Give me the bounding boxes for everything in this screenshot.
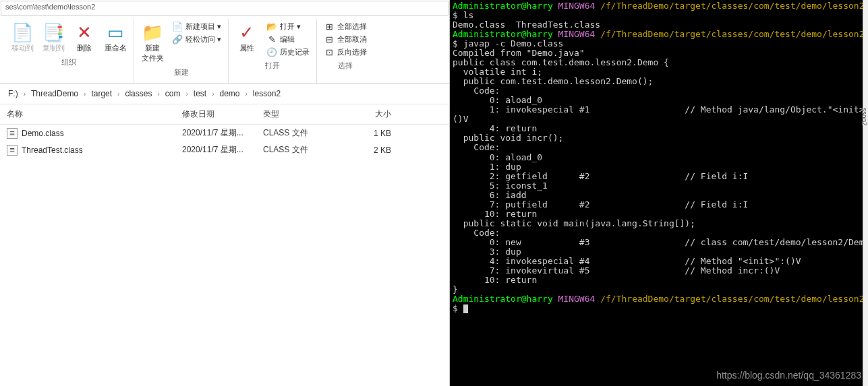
cursor	[463, 304, 468, 313]
column-type[interactable]: 类型	[263, 108, 344, 120]
history-button[interactable]: 🕘历史记录	[264, 46, 312, 58]
terminal-line: 3: dup	[453, 247, 865, 257]
chevron-right-icon: ›	[20, 90, 30, 98]
prompt-sys: MINGW64	[558, 29, 596, 39]
terminal-line: Code:	[453, 143, 865, 152]
rename-icon: ▭	[105, 22, 126, 43]
file-list: ≡Demo.class2020/11/7 星期...CLASS 文件1 KB≡T…	[0, 125, 449, 158]
folder-icon: 📁	[142, 22, 163, 43]
column-size[interactable]: 大小	[344, 108, 391, 120]
ribbon: 📄 移动到 📑 复制到 ✕ 删除 ▭ 重命名 组织	[0, 16, 449, 84]
prompt-user: Administrator@harry	[453, 294, 553, 304]
file-date: 2020/11/7 星期...	[182, 127, 263, 139]
prompt-sys: MINGW64	[558, 294, 596, 304]
prompt-user: Administrator@harry	[453, 29, 553, 39]
prompt-sys: MINGW64	[558, 1, 596, 11]
column-name[interactable]: 名称	[7, 108, 182, 120]
select-all-icon: ⊞	[324, 21, 335, 32]
ribbon-group-organize: 📄 移动到 📑 复制到 ✕ 删除 ▭ 重命名 组织	[4, 19, 134, 83]
side-tab[interactable]: sson2	[863, 0, 868, 386]
file-icon: ≡	[7, 128, 18, 139]
breadcrumb-item[interactable]: F:)	[7, 89, 20, 98]
chevron-right-icon: ›	[181, 90, 192, 98]
select-all-button[interactable]: ⊞全部选择	[321, 20, 370, 32]
terminal-line: $ javap -c Demo.class	[453, 39, 865, 49]
terminal-line: 0: aload_0	[453, 96, 865, 105]
file-type: CLASS 文件	[263, 127, 344, 139]
easy-access-label: 轻松访问 ▾	[185, 34, 221, 44]
terminal-line: public void incr();	[453, 133, 865, 143]
select-none-button[interactable]: ⊟全部取消	[321, 33, 370, 45]
file-size: 1 KB	[344, 129, 391, 138]
new-group-label: 新建	[174, 65, 189, 82]
new-folder-label: 新建 文件夹	[142, 43, 164, 63]
edit-icon: ✎	[266, 34, 277, 44]
rename-button[interactable]: ▭ 重命名	[101, 20, 129, 55]
terminal-line: 6: iadd	[453, 191, 865, 200]
terminal-line: 10: return	[453, 276, 865, 285]
open-group-label: 打开	[265, 58, 280, 75]
column-date[interactable]: 修改日期	[182, 108, 263, 120]
prompt-path: /f/ThreadDemo/target/classes/com/test/de…	[600, 29, 864, 39]
terminal-line: 2: getfield #2 // Field i:I	[453, 172, 865, 181]
delete-button[interactable]: ✕ 删除	[70, 20, 98, 55]
terminal-prompt[interactable]: $	[453, 304, 865, 313]
breadcrumb-item[interactable]: test	[192, 89, 208, 98]
terminal[interactable]: Administrator@harry MINGW64 /f/ThreadDem…	[450, 0, 868, 386]
terminal-line: 4: return	[453, 124, 865, 133]
invert-selection-button[interactable]: ⊡反向选择	[321, 46, 370, 58]
delete-label: 删除	[77, 43, 92, 53]
open-button[interactable]: 📂打开 ▾	[264, 20, 312, 32]
move-to-button[interactable]: 📄 移动到	[8, 20, 36, 55]
properties-button[interactable]: ✓ 属性	[233, 20, 261, 55]
breadcrumb-item[interactable]: lesson2	[252, 89, 282, 98]
new-item-icon: 📄	[172, 21, 183, 32]
breadcrumb-item[interactable]: ThreadDemo	[30, 89, 80, 98]
chevron-right-icon: ›	[113, 90, 123, 98]
address-bar[interactable]: ses\com\test\demo\lesson2	[1, 1, 449, 15]
copy-to-icon: 📑	[42, 22, 64, 43]
select-none-icon: ⊟	[324, 34, 335, 44]
file-type: CLASS 文件	[263, 144, 344, 156]
chevron-right-icon: ›	[208, 90, 218, 98]
breadcrumb[interactable]: F:)›ThreadDemo›target›classes›com›test›d…	[0, 84, 449, 104]
file-size: 2 KB	[344, 146, 391, 155]
history-icon: 🕘	[266, 46, 277, 57]
new-item-button[interactable]: 📄新建项目 ▾	[169, 20, 224, 32]
open-icon: 📂	[266, 21, 277, 32]
file-row[interactable]: ≡Demo.class2020/11/7 星期...CLASS 文件1 KB	[0, 125, 449, 141]
terminal-line: Code:	[453, 228, 865, 238]
open-label: 打开 ▾	[280, 22, 301, 32]
file-date: 2020/11/7 星期...	[182, 144, 263, 156]
easy-access-button[interactable]: 🔗轻松访问 ▾	[169, 33, 224, 45]
breadcrumb-item[interactable]: com	[164, 89, 182, 98]
move-to-icon: 📄	[11, 22, 33, 43]
terminal-line: 5: iconst_1	[453, 181, 865, 191]
terminal-line: public static void main(java.lang.String…	[453, 219, 865, 228]
new-folder-button[interactable]: 📁 新建 文件夹	[138, 20, 167, 65]
edit-label: 编辑	[280, 34, 295, 44]
move-to-label: 移动到	[11, 43, 34, 53]
breadcrumb-item[interactable]: demo	[218, 89, 241, 98]
file-explorer: ses\com\test\demo\lesson2 📄 移动到 📑 复制到 ✕ …	[0, 0, 450, 386]
terminal-line: 10: return	[453, 210, 865, 219]
breadcrumb-item[interactable]: classes	[123, 89, 153, 98]
breadcrumb-item[interactable]: target	[90, 89, 113, 98]
delete-icon: ✕	[74, 22, 95, 43]
organize-group-label: 组织	[61, 55, 76, 71]
terminal-line: Code:	[453, 86, 865, 96]
prompt-user: Administrator@harry	[453, 1, 553, 11]
file-row[interactable]: ≡ThreadTest.class2020/11/7 星期...CLASS 文件…	[0, 141, 449, 158]
terminal-line: public class com.test.demo.lesson2.Demo …	[453, 58, 865, 67]
properties-label: 属性	[239, 43, 254, 53]
chevron-right-icon: ›	[153, 90, 163, 98]
new-item-label: 新建项目 ▾	[185, 22, 221, 32]
select-none-label: 全部取消	[337, 34, 367, 44]
copy-to-button[interactable]: 📑 复制到	[39, 20, 67, 55]
terminal-line: public com.test.demo.lesson2.Demo();	[453, 77, 865, 86]
ribbon-group-open: ✓ 属性 📂打开 ▾ ✎编辑 🕘历史记录 打开	[229, 19, 317, 83]
ribbon-group-select: ⊞全部选择 ⊟全部取消 ⊡反向选择 选择	[317, 19, 374, 83]
terminal-line: 1: invokespecial #1 // Method java/lang/…	[453, 105, 865, 115]
edit-button[interactable]: ✎编辑	[264, 33, 312, 45]
properties-icon: ✓	[236, 22, 258, 43]
